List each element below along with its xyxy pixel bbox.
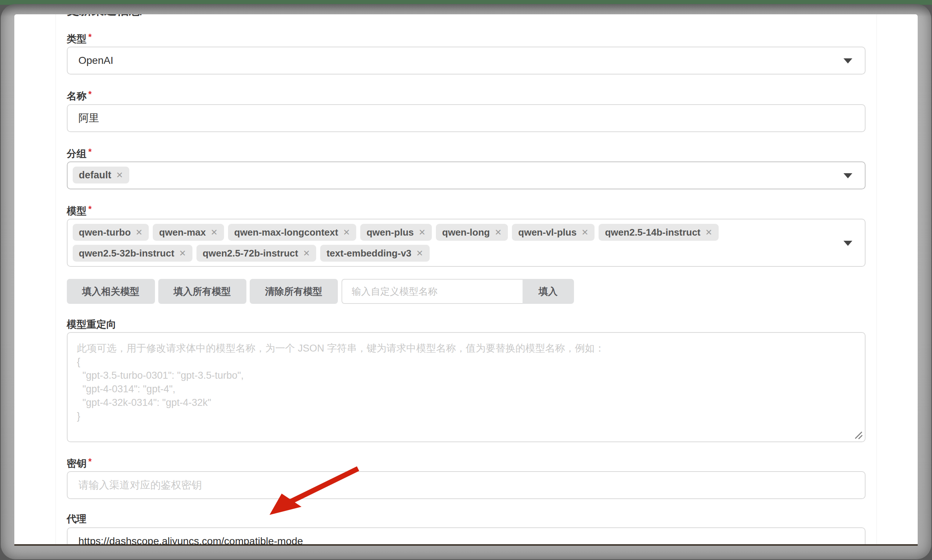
model-mapping-area — [67, 332, 866, 442]
model-mapping-label-text: 模型重定向 — [67, 319, 116, 330]
proxy-input[interactable] — [67, 527, 866, 546]
group-label-text: 分组 — [67, 148, 86, 159]
required-asterisk: * — [88, 147, 92, 157]
model-tag[interactable]: qwen2.5-32b-instruct ✕ — [73, 245, 193, 262]
chevron-down-icon — [844, 173, 852, 178]
remove-tag-icon[interactable]: ✕ — [179, 248, 186, 258]
clear-all-models-button[interactable]: 清除所有模型 — [250, 279, 338, 304]
remove-tag-icon[interactable]: ✕ — [343, 228, 350, 237]
channel-form-page: 更新渠道信息 类型* OpenAI 名称* 分组* — [14, 14, 918, 546]
type-field-label: 类型* — [67, 31, 866, 45]
model-tag[interactable]: qwen2.5-14b-instruct ✕ — [599, 224, 718, 241]
screenshot-root: 更新渠道信息 类型* OpenAI 名称* 分组* — [0, 0, 932, 560]
model-mapping-textarea[interactable] — [67, 332, 866, 442]
proxy-field-label: 代理 — [67, 513, 866, 525]
remove-tag-icon[interactable]: ✕ — [416, 248, 423, 258]
group-tag-label: default — [79, 169, 112, 181]
group-tag-list: default ✕ — [73, 167, 152, 183]
model-tag-label: qwen2.5-72b-instruct — [203, 248, 298, 259]
channel-form-card: 更新渠道信息 类型* OpenAI 名称* 分组* — [56, 14, 877, 544]
fill-custom-model-button[interactable]: 填入 — [523, 279, 574, 304]
fill-all-models-button[interactable]: 填入所有模型 — [158, 279, 246, 304]
key-label-text: 密钥 — [67, 458, 86, 469]
name-label-text: 名称 — [67, 91, 86, 102]
models-label-text: 模型 — [67, 206, 86, 217]
remove-tag-icon[interactable]: ✕ — [210, 228, 218, 237]
custom-model-input[interactable] — [341, 279, 523, 304]
name-field-label: 名称* — [67, 88, 866, 102]
model-buttons-row: 填入相关模型 填入所有模型 清除所有模型 填入 — [67, 279, 866, 304]
proxy-label-text: 代理 — [67, 513, 86, 525]
models-tag-row-2: qwen2.5-32b-instruct ✕ qwen2.5-72b-instr… — [73, 245, 741, 262]
type-label-text: 类型 — [67, 33, 86, 45]
required-asterisk: * — [88, 205, 92, 214]
model-tag-label: qwen-max-longcontext — [234, 227, 338, 238]
custom-model-group: 填入 — [341, 279, 574, 304]
model-tag-label: qwen-long — [442, 227, 490, 238]
model-tag-label: qwen2.5-32b-instruct — [79, 248, 174, 259]
textarea-resize-handle[interactable] — [853, 430, 863, 440]
remove-tag-icon[interactable]: ✕ — [303, 248, 310, 258]
page-title: 更新渠道信息 — [67, 14, 866, 17]
name-input[interactable] — [67, 104, 866, 132]
model-tag-label: qwen-plus — [366, 227, 414, 238]
chevron-down-icon — [844, 241, 852, 246]
model-tag[interactable]: qwen-max-longcontext ✕ — [228, 224, 356, 241]
clipped-page-title: 更新渠道信息 — [67, 14, 866, 17]
model-tag[interactable]: text-embedding-v3 ✕ — [320, 245, 429, 262]
model-tag-label: qwen-vl-plus — [518, 227, 577, 238]
model-tag[interactable]: qwen2.5-72b-instruct ✕ — [196, 245, 316, 262]
model-tag[interactable]: qwen-max ✕ — [153, 224, 224, 241]
group-field-label: 分组* — [67, 146, 866, 160]
remove-tag-icon[interactable]: ✕ — [581, 228, 588, 237]
type-select[interactable]: OpenAI — [67, 47, 866, 74]
models-tag-row-1: qwen-turbo ✕ qwen-max ✕ qwen-m — [73, 224, 741, 241]
models-tag-rows: qwen-turbo ✕ qwen-max ✕ qwen-m — [73, 224, 741, 262]
model-tag[interactable]: qwen-vl-plus ✕ — [512, 224, 594, 241]
model-tag[interactable]: qwen-turbo ✕ — [73, 224, 149, 241]
required-asterisk: * — [88, 457, 92, 466]
model-tag-label: text-embedding-v3 — [326, 248, 411, 259]
model-tag-label: qwen-turbo — [79, 227, 131, 238]
remove-tag-icon[interactable]: ✕ — [495, 228, 501, 237]
group-multiselect[interactable]: default ✕ — [67, 162, 866, 189]
group-tag[interactable]: default ✕ — [73, 167, 130, 183]
model-tag[interactable]: qwen-long ✕ — [436, 224, 508, 241]
required-asterisk: * — [88, 32, 92, 42]
model-mapping-label: 模型重定向 — [67, 318, 866, 331]
key-field-label: 密钥* — [67, 455, 866, 470]
fill-related-models-button[interactable]: 填入相关模型 — [67, 279, 155, 304]
model-tag[interactable]: qwen-plus ✕ — [360, 224, 432, 241]
remove-tag-icon[interactable]: ✕ — [705, 228, 712, 237]
remove-tag-icon[interactable]: ✕ — [116, 170, 123, 180]
model-tag-label: qwen2.5-14b-instruct — [605, 227, 700, 238]
models-field-label: 模型* — [67, 203, 866, 217]
key-input[interactable] — [67, 471, 866, 499]
remove-tag-icon[interactable]: ✕ — [419, 228, 426, 237]
chevron-down-icon — [844, 58, 852, 63]
model-tag-label: qwen-max — [159, 227, 206, 238]
remove-tag-icon[interactable]: ✕ — [136, 228, 142, 237]
type-select-value: OpenAI — [79, 55, 113, 66]
required-asterisk: * — [88, 89, 92, 99]
app-window-frame: 更新渠道信息 类型* OpenAI 名称* 分组* — [1, 4, 931, 559]
models-multiselect[interactable]: qwen-turbo ✕ qwen-max ✕ qwen-m — [67, 219, 866, 267]
